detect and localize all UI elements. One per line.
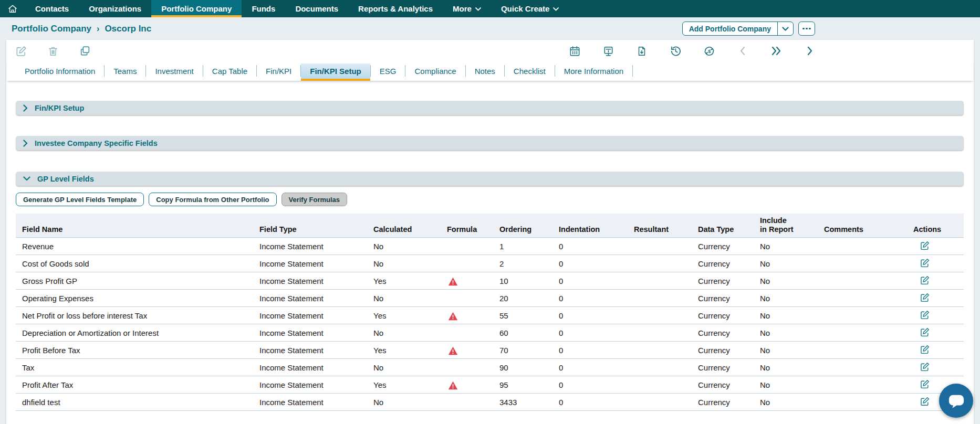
tab-teams[interactable]: Teams — [105, 63, 145, 81]
cell-include-in-report: No — [754, 238, 818, 255]
cell-comments — [818, 342, 907, 359]
cell-indentation: 0 — [552, 290, 628, 307]
chevron-left-icon[interactable] — [736, 45, 749, 57]
nav-item-documents[interactable]: Documents — [285, 0, 348, 17]
top-nav: Contacts Organizations Portfolio Company… — [0, 0, 980, 17]
tab-compliance[interactable]: Compliance — [405, 63, 465, 81]
edit-icon[interactable] — [15, 45, 27, 57]
cell-field-type: Income Statement — [253, 272, 367, 290]
tab-content: Fin/KPI Setup Investee Company Specific … — [6, 81, 974, 411]
copy-icon[interactable] — [79, 45, 91, 57]
cell-formula — [441, 342, 493, 359]
tab-investment[interactable]: Investment — [146, 63, 202, 81]
chat-bubble-icon[interactable] — [939, 384, 973, 418]
delete-icon[interactable] — [47, 45, 59, 57]
cell-include-in-report: No — [754, 376, 818, 394]
chevron-right-icon[interactable] — [804, 45, 816, 57]
tab-more-information[interactable]: More Information — [555, 63, 632, 81]
tab-portfolio-information[interactable]: Portfolio Information — [16, 63, 104, 81]
cell-ordering: 3433 — [493, 394, 552, 411]
tab-notes[interactable]: Notes — [466, 63, 504, 81]
cell-field-name: Tax — [16, 359, 253, 376]
section-fin-kpi-setup[interactable]: Fin/KPI Setup — [16, 101, 964, 115]
cell-data-type: Currency — [692, 342, 754, 359]
cell-formula — [441, 394, 493, 411]
nav-item-portfolio-company[interactable]: Portfolio Company — [151, 0, 242, 17]
calendar-icon[interactable] — [568, 45, 581, 57]
section-investee-company-specific-fields[interactable]: Investee Company Specific Fields — [16, 136, 964, 150]
edit-row-icon[interactable] — [920, 379, 930, 389]
tab-esg[interactable]: ESG — [371, 63, 405, 81]
nav-item-organizations[interactable]: Organizations — [79, 0, 151, 17]
nav-item-reports-analytics[interactable]: Reports & Analytics — [348, 0, 443, 17]
edit-row-icon[interactable] — [920, 240, 930, 251]
currency-refresh-icon[interactable]: $ — [703, 45, 715, 57]
add-portfolio-company-dropdown-button[interactable] — [777, 22, 793, 35]
cell-indentation: 0 — [552, 394, 628, 411]
cell-data-type: Currency — [692, 394, 754, 411]
more-actions-button[interactable] — [798, 22, 815, 36]
nav-item-label: Reports & Analytics — [358, 4, 433, 13]
cell-calculated: Yes — [367, 272, 441, 290]
table-row: Net Profit or loss before interest Tax I… — [16, 307, 964, 324]
cell-ordering: 70 — [493, 342, 552, 359]
table-row: Gross Profit GP Income Statement Yes 10 … — [16, 272, 964, 290]
cell-formula — [441, 272, 493, 290]
cell-include-in-report: No — [754, 359, 818, 376]
nav-item-contacts[interactable]: Contacts — [25, 0, 79, 17]
tab-label: Cap Table — [212, 67, 247, 76]
home-icon[interactable] — [0, 0, 25, 17]
edit-row-icon[interactable] — [920, 258, 930, 268]
cell-comments — [818, 324, 907, 342]
generate-gp-level-fields-template-button[interactable]: Generate GP Level Fields Template — [16, 193, 144, 206]
cell-indentation: 0 — [552, 255, 628, 272]
tab-cap-table[interactable]: Cap Table — [203, 63, 256, 81]
edit-row-icon[interactable] — [920, 275, 930, 285]
table-row: Profit Before Tax Income Statement Yes 7… — [16, 342, 964, 359]
nav-item-label: Organizations — [89, 4, 141, 13]
edit-row-icon[interactable] — [920, 310, 930, 320]
cell-actions — [907, 238, 964, 255]
table-row: Tax Income Statement No 90 0 Currency No — [16, 359, 964, 376]
cell-field-type: Income Statement — [253, 359, 367, 376]
cell-field-type: Income Statement — [253, 342, 367, 359]
edit-row-icon[interactable] — [920, 396, 930, 407]
edit-row-icon[interactable] — [920, 362, 930, 372]
double-chevron-right-icon[interactable] — [770, 45, 783, 57]
formula-warning-icon — [448, 277, 458, 286]
nav-item-funds[interactable]: Funds — [242, 0, 285, 17]
kiosk-icon[interactable] — [602, 45, 614, 57]
breadcrumb-parent[interactable]: Portfolio Company — [12, 24, 91, 34]
nav-item-quick-create[interactable]: Quick Create — [491, 0, 569, 17]
edit-row-icon[interactable] — [920, 344, 930, 355]
add-portfolio-company-button[interactable]: Add Portfolio Company — [683, 22, 777, 35]
tab-fin-kpi-setup[interactable]: Fin/KPI Setup — [301, 63, 370, 81]
verify-formulas-button[interactable]: Verify Formulas — [282, 193, 348, 206]
copy-formula-from-other-portfolio-button[interactable]: Copy Formula from Other Portfolio — [149, 193, 276, 206]
chevron-down-icon — [23, 176, 30, 181]
history-icon[interactable] — [669, 45, 682, 57]
cell-ordering: 95 — [493, 376, 552, 394]
table-row: Profit After Tax Income Statement Yes 95… — [16, 376, 964, 394]
edit-row-icon[interactable] — [920, 327, 930, 337]
tab-label: Fin/KPI — [266, 67, 291, 76]
cell-data-type: Currency — [692, 255, 754, 272]
chevron-down-icon — [475, 7, 481, 11]
tab-fin-kpi[interactable]: Fin/KPI — [257, 63, 300, 81]
cell-field-name: Gross Profit GP — [16, 272, 253, 290]
export-document-icon[interactable] — [635, 45, 648, 57]
cell-resultant — [628, 376, 692, 394]
cell-resultant — [628, 255, 692, 272]
table-row: dhfield test Income Statement No 3433 0 … — [16, 394, 964, 411]
nav-item-more[interactable]: More — [443, 0, 491, 17]
column-header-indentation: Indentation — [552, 214, 628, 238]
cell-formula — [441, 290, 493, 307]
section-gp-level-fields[interactable]: GP Level Fields — [16, 172, 964, 186]
tab-checklist[interactable]: Checklist — [505, 63, 555, 81]
section-title: Fin/KPI Setup — [35, 104, 84, 112]
cell-field-name: Revenue — [16, 238, 253, 255]
edit-row-icon[interactable] — [920, 292, 930, 303]
column-header-field-type: Field Type — [253, 214, 367, 238]
column-header-comments: Comments — [818, 214, 907, 238]
column-header-formula: Formula — [441, 214, 493, 238]
